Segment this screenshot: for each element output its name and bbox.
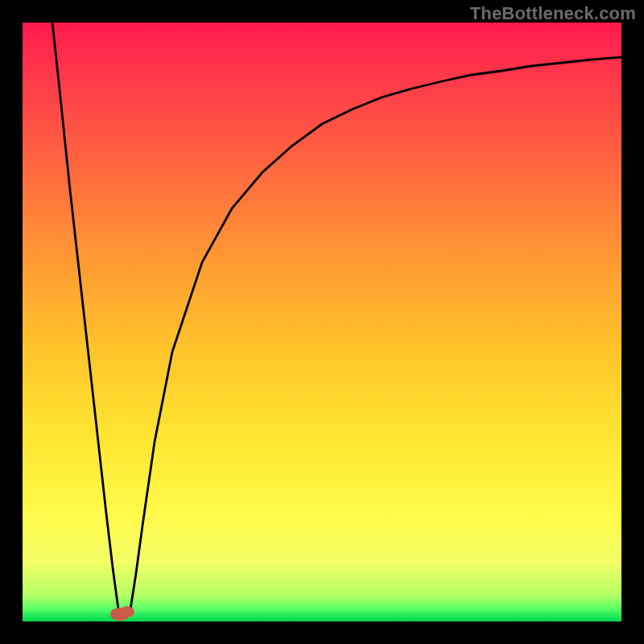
chart-frame: TheBottleneck.com [0,0,644,644]
optimal-point-marker-2 [120,606,134,617]
plot-area [23,23,621,621]
bottleneck-curve [52,23,621,616]
curve-layer [23,23,621,621]
watermark-text: TheBottleneck.com [470,3,636,24]
